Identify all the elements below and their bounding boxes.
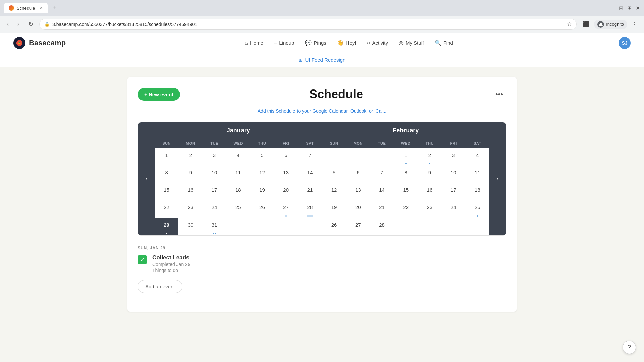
jan-day-25[interactable]: 25: [226, 200, 250, 218]
calendar-next-button[interactable]: ›: [489, 122, 506, 235]
jan-day-23[interactable]: 23: [178, 200, 202, 218]
jan-day-16[interactable]: 16: [178, 183, 202, 200]
jan-day-7[interactable]: 7: [298, 148, 322, 166]
my-stuff-label: My Stuff: [406, 40, 424, 46]
user-avatar[interactable]: SJ: [619, 37, 631, 49]
feb-empty-trail: [466, 218, 489, 235]
new-event-button[interactable]: + New event: [138, 88, 180, 101]
tab-close-button[interactable]: ✕: [40, 6, 43, 10]
nav-activity[interactable]: ○ Activity: [362, 37, 393, 49]
browser-tab[interactable]: Schedule ✕: [4, 3, 48, 13]
feb-day-28[interactable]: 28: [370, 218, 394, 235]
nav-my-stuff[interactable]: ◎ My Stuff: [394, 37, 429, 49]
feb-day-20[interactable]: 20: [346, 200, 370, 218]
jan-day-22[interactable]: 22: [155, 200, 178, 218]
add-event-button[interactable]: Add an event: [138, 280, 182, 293]
lock-icon: 🔒: [44, 22, 50, 27]
extensions-button[interactable]: ⬛: [580, 20, 592, 29]
jan-day-8[interactable]: 8: [155, 166, 178, 183]
feb-wed: WED: [394, 139, 418, 148]
back-button[interactable]: ‹: [4, 19, 11, 29]
jan-day-2[interactable]: 2: [178, 148, 202, 166]
minimize-icon[interactable]: ⊟: [619, 5, 623, 11]
feb-day-10[interactable]: 10: [442, 166, 466, 183]
feb-day-11[interactable]: 11: [466, 166, 489, 183]
jan-day-29[interactable]: 29: [155, 218, 178, 235]
calendar-sync-link[interactable]: Add this Schedule to your Google Calenda…: [258, 108, 386, 114]
project-link[interactable]: ⊞ UI Feed Redesign: [299, 57, 346, 63]
jan-day-19[interactable]: 19: [250, 183, 274, 200]
jan-day-3[interactable]: 3: [202, 148, 226, 166]
jan-day-11[interactable]: 11: [226, 166, 250, 183]
incognito-badge[interactable]: Incognito: [594, 20, 627, 29]
feb-day-7[interactable]: 7: [370, 166, 394, 183]
jan-wed: WED: [226, 139, 250, 148]
jan-day-6[interactable]: 6: [274, 148, 298, 166]
jan-day-5[interactable]: 5: [250, 148, 274, 166]
jan-day-1[interactable]: 1: [155, 148, 178, 166]
feb-day-13[interactable]: 13: [346, 183, 370, 200]
feb-day-21[interactable]: 21: [370, 200, 394, 218]
feb-day-25[interactable]: 25: [466, 200, 489, 218]
nav-lineup[interactable]: ≡ Lineup: [269, 37, 299, 49]
feb-empty-lead: [370, 148, 394, 166]
nav-hey[interactable]: 👋 Hey!: [332, 37, 361, 49]
jan-day-13[interactable]: 13: [274, 166, 298, 183]
feb-day-23[interactable]: 23: [418, 200, 441, 218]
jan-day-30[interactable]: 30: [178, 218, 202, 235]
feb-day-2[interactable]: 2: [418, 148, 441, 166]
event-checkbox[interactable]: ✓: [138, 255, 147, 264]
feb-day-14[interactable]: 14: [370, 183, 394, 200]
feb-day-6[interactable]: 6: [346, 166, 370, 183]
jan-day-4[interactable]: 4: [226, 148, 250, 166]
feb-day-19[interactable]: 19: [322, 200, 346, 218]
nav-home[interactable]: ⌂ Home: [240, 37, 268, 49]
feb-day-17[interactable]: 17: [442, 183, 466, 200]
feb-day-12[interactable]: 12: [322, 183, 346, 200]
feb-day-24[interactable]: 24: [442, 200, 466, 218]
jan-day-27[interactable]: 27: [274, 200, 298, 218]
jan-day-9[interactable]: 9: [178, 166, 202, 183]
menu-button[interactable]: ⋮: [629, 20, 640, 29]
more-options-button[interactable]: •••: [492, 88, 506, 100]
logo-link[interactable]: Basecamp: [13, 37, 66, 49]
jan-day-15[interactable]: 15: [155, 183, 178, 200]
jan-day-12[interactable]: 12: [250, 166, 274, 183]
calendar-prev-button[interactable]: ‹: [138, 122, 155, 235]
feb-day-27[interactable]: 27: [346, 218, 370, 235]
feb-day-18[interactable]: 18: [466, 183, 489, 200]
forward-button[interactable]: ›: [15, 19, 22, 29]
address-bar[interactable]: 🔒 ☆: [39, 19, 577, 30]
jan-day-28[interactable]: 28: [298, 200, 322, 218]
maximize-icon[interactable]: ⊞: [627, 5, 632, 11]
feb-day-5[interactable]: 5: [322, 166, 346, 183]
jan-day-10[interactable]: 10: [202, 166, 226, 183]
feb-day-26[interactable]: 26: [322, 218, 346, 235]
reload-button[interactable]: ↻: [25, 19, 36, 29]
feb-day-9[interactable]: 9: [418, 166, 441, 183]
feb-day-4[interactable]: 4: [466, 148, 489, 166]
jan-day-18[interactable]: 18: [226, 183, 250, 200]
feb-day-22[interactable]: 22: [394, 200, 418, 218]
close-icon[interactable]: ✕: [636, 5, 640, 11]
event-title[interactable]: Collect Leads: [152, 254, 191, 261]
jan-day-20[interactable]: 20: [274, 183, 298, 200]
jan-day-21[interactable]: 21: [298, 183, 322, 200]
url-input[interactable]: [52, 22, 564, 27]
feb-day-16[interactable]: 16: [418, 183, 441, 200]
jan-day-24[interactable]: 24: [202, 200, 226, 218]
jan-day-26[interactable]: 26: [250, 200, 274, 218]
nav-pings[interactable]: 💬 Pings: [300, 37, 331, 49]
jan-day-17[interactable]: 17: [202, 183, 226, 200]
jan-day-31[interactable]: 31: [202, 218, 226, 235]
nav-find[interactable]: 🔍 Find: [430, 37, 458, 49]
browser-titlebar: Schedule ✕ + ⊟ ⊞ ✕: [0, 0, 644, 16]
feb-day-3[interactable]: 3: [442, 148, 466, 166]
jan-day-14[interactable]: 14: [298, 166, 322, 183]
feb-day-15[interactable]: 15: [394, 183, 418, 200]
bookmark-icon[interactable]: ☆: [567, 21, 572, 27]
help-button[interactable]: ?: [623, 341, 636, 354]
feb-day-8[interactable]: 8: [394, 166, 418, 183]
feb-day-1[interactable]: 1: [394, 148, 418, 166]
new-tab-button[interactable]: +: [50, 4, 59, 12]
